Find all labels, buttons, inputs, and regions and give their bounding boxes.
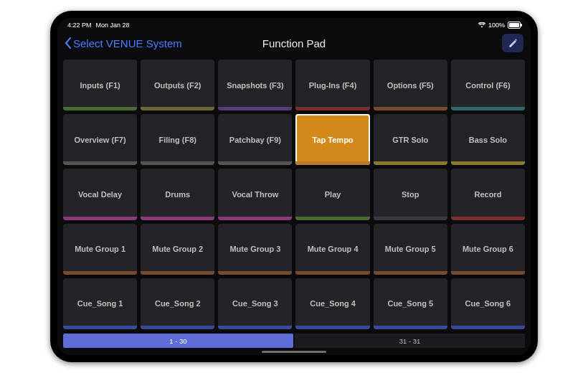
pad-label: Tap Tempo xyxy=(313,136,354,144)
pad-10[interactable]: Tap Tempo xyxy=(295,114,369,165)
pad-6[interactable]: Control (F6) xyxy=(451,60,525,110)
pad-label: Play xyxy=(325,190,341,199)
pad-label: Control (F6) xyxy=(465,81,510,90)
page-tab-2[interactable]: 31 - 31 xyxy=(295,334,525,348)
pad-label: Cue_Song 1 xyxy=(77,299,123,308)
pad-28[interactable]: Cue_Song 4 xyxy=(295,278,369,329)
pad-label: Overview (F7) xyxy=(75,136,126,144)
pad-21[interactable]: Mute Group 3 xyxy=(218,224,292,275)
pad-label: Cue_Song 2 xyxy=(155,299,201,308)
pad-30[interactable]: Cue_Song 6 xyxy=(451,278,525,329)
pad-18[interactable]: Record xyxy=(451,169,525,219)
pad-8[interactable]: Filing (F8) xyxy=(141,114,214,165)
pad-label: GTR Solo xyxy=(392,136,428,144)
pad-label: Filing (F8) xyxy=(158,136,196,144)
pad-label: Plug-Ins (F4) xyxy=(309,81,357,90)
back-label: Select VENUE System xyxy=(73,37,182,49)
pad-label: Mute Group 6 xyxy=(463,245,513,253)
pad-label: Drums xyxy=(165,190,190,199)
home-indicator xyxy=(57,348,531,355)
pad-label: Options (F5) xyxy=(387,81,434,90)
pad-29[interactable]: Cue_Song 5 xyxy=(374,278,447,329)
svg-point-0 xyxy=(516,39,516,40)
status-bar: 4:22 PM Mon Jan 28 100% xyxy=(57,18,531,31)
pad-27[interactable]: Cue_Song 3 xyxy=(218,278,292,329)
pad-14[interactable]: Drums xyxy=(141,169,214,219)
pad-label: Mute Group 1 xyxy=(75,245,125,253)
pad-label: Cue_Song 5 xyxy=(387,299,433,308)
pad-label: Inputs (F1) xyxy=(80,81,120,90)
pad-label: Mute Group 4 xyxy=(308,245,359,253)
pad-label: Cue_Song 6 xyxy=(465,299,511,308)
pad-label: Mute Group 5 xyxy=(385,245,436,253)
pad-23[interactable]: Mute Group 5 xyxy=(374,224,447,275)
pad-2[interactable]: Outputs (F2) xyxy=(141,60,214,110)
pad-label: Vocal Throw xyxy=(232,190,279,199)
wand-icon xyxy=(508,38,518,48)
pad-12[interactable]: Bass Solo xyxy=(451,114,525,165)
pad-label: Stop xyxy=(402,190,419,199)
battery-percent: 100% xyxy=(488,22,505,29)
pad-label: Patchbay (F9) xyxy=(229,136,281,144)
chevron-left-icon xyxy=(65,37,72,49)
pad-20[interactable]: Mute Group 2 xyxy=(141,224,214,275)
battery-icon xyxy=(508,22,521,29)
pad-7[interactable]: Overview (F7) xyxy=(63,114,137,165)
nav-bar: Select VENUE System Function Pad xyxy=(57,31,531,55)
page-selector: 1 - 3031 - 31 xyxy=(63,334,525,348)
pad-3[interactable]: Snapshots (F3) xyxy=(218,60,292,110)
pad-26[interactable]: Cue_Song 2 xyxy=(141,278,214,329)
wifi-icon xyxy=(478,22,485,28)
pad-label: Mute Group 3 xyxy=(229,245,280,253)
pad-13[interactable]: Vocal Delay xyxy=(63,169,137,219)
pad-22[interactable]: Mute Group 4 xyxy=(295,224,369,275)
statusbar-date: Mon Jan 28 xyxy=(96,22,130,29)
pad-17[interactable]: Stop xyxy=(374,169,447,219)
pad-24[interactable]: Mute Group 6 xyxy=(451,224,525,275)
pad-label: Record xyxy=(474,190,501,199)
pad-11[interactable]: GTR Solo xyxy=(374,114,447,165)
pad-16[interactable]: Play xyxy=(295,169,369,219)
edit-button[interactable] xyxy=(502,34,523,52)
pad-label: Mute Group 2 xyxy=(152,245,203,253)
statusbar-time: 4:22 PM xyxy=(67,22,92,29)
pad-25[interactable]: Cue_Song 1 xyxy=(63,278,137,329)
pad-label: Cue_Song 4 xyxy=(310,299,356,308)
page-tab-1[interactable]: 1 - 30 xyxy=(63,334,293,348)
pad-label: Cue_Song 3 xyxy=(232,299,278,308)
function-pad-grid: Inputs (F1)Outputs (F2)Snapshots (F3)Plu… xyxy=(63,60,525,329)
back-button[interactable]: Select VENUE System xyxy=(65,37,182,49)
pad-9[interactable]: Patchbay (F9) xyxy=(218,114,292,165)
pad-15[interactable]: Vocal Throw xyxy=(218,169,292,219)
pad-label: Vocal Delay xyxy=(78,190,122,199)
pad-5[interactable]: Options (F5) xyxy=(374,60,447,110)
pad-1[interactable]: Inputs (F1) xyxy=(63,60,137,110)
pad-label: Outputs (F2) xyxy=(154,81,201,90)
pad-label: Snapshots (F3) xyxy=(227,81,283,90)
pad-19[interactable]: Mute Group 1 xyxy=(63,224,137,275)
pad-4[interactable]: Plug-Ins (F4) xyxy=(295,60,369,110)
pad-label: Bass Solo xyxy=(469,136,507,144)
